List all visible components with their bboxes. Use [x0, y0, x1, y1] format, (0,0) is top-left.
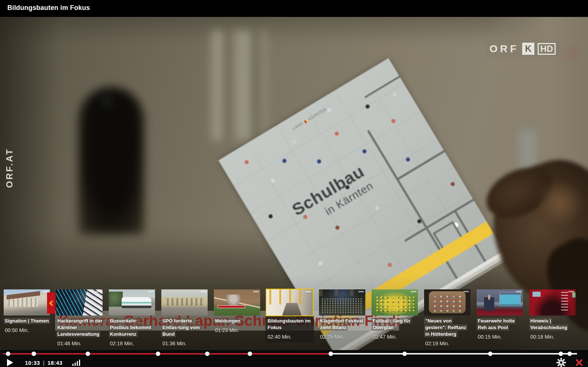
volume-button[interactable] — [72, 360, 82, 366]
thumbnail-watermark — [516, 291, 521, 292]
chapter-mark-dot — [402, 352, 407, 356]
playlist-item-label: Meldungen 01:23 Min. — [213, 316, 261, 336]
time-separator: | — [43, 360, 44, 366]
chapter-mark-dot — [248, 352, 252, 356]
total-time: 18:43 — [47, 360, 62, 366]
playlist-item-duration: 02:25 Min. — [319, 334, 365, 340]
progress-bar[interactable] — [3, 353, 577, 354]
hallway-columns — [212, 30, 267, 140]
thumbnail-watermark — [569, 291, 574, 292]
playlist-item[interactable]: Hinweis | Verabschiedung 00:18 Min. — [529, 289, 576, 349]
player-controls: 10:33 | 18:43 — [0, 350, 588, 367]
kaernten-emblem-icon — [304, 119, 308, 123]
playlist-item[interactable]: SPÖ forderte Entlas-tung vom Bund 01:36 … — [161, 289, 208, 349]
playlist-item-title: "Neues von gestern": Reiftanz in Hüttenb… — [424, 318, 467, 337]
gear-icon — [556, 358, 566, 367]
thumbnail-watermark — [201, 291, 206, 292]
playlist-item-label: "Neues von gestern": Reiftanz in Hüttenb… — [423, 316, 472, 349]
time-display: 10:33 | 18:43 — [25, 360, 62, 366]
playlist-item-thumbnail[interactable] — [4, 289, 50, 316]
thumbnail-art — [161, 289, 208, 316]
playlist-item-duration: 00:18 Min. — [529, 334, 576, 340]
chapter-mark-dot — [329, 352, 333, 356]
playlist-item-title: Meldungen — [214, 318, 241, 324]
thumbnail-art — [477, 289, 523, 316]
playlist-item-thumbnail[interactable] — [529, 289, 576, 316]
playlist-item[interactable]: Feuerwehr holte Reh aus Pool 00:15 Min. — [477, 289, 523, 349]
thumbnail-art — [319, 289, 365, 316]
playlist-item-duration: 01:46 Min. — [56, 341, 103, 346]
playlist-item-thumbnail[interactable] — [477, 289, 523, 316]
chapter-mark-dot — [86, 352, 90, 356]
thumbnail-watermark — [96, 291, 101, 292]
alarm-light — [570, 51, 575, 55]
playlist-item-label: SPÖ forderte Entlas-tung vom Bund 01:36 … — [160, 316, 209, 349]
playlist-item[interactable]: Fußball: Sieg für Oberglan 02:47 Min. — [372, 289, 418, 349]
video-frame[interactable]: LAND KÄRNTEN Schulbau in Kärnten — [0, 17, 588, 350]
playlist-item-label: Hackerangriff in der Kärntner Landesverw… — [55, 316, 104, 349]
thumbnail-art — [266, 289, 313, 316]
volume-bars-icon — [72, 364, 74, 366]
orf-at-watermark: ORF.AT — [4, 148, 15, 188]
chapter-mark-dot — [32, 352, 36, 356]
orf-k-badge: K — [522, 43, 534, 55]
playlist-item-duration: 02:40 Min. — [266, 334, 313, 340]
playlist-item-title: Busverkehr: Postbus bekommt Konkurrenz — [109, 318, 153, 337]
playlist-item-thumbnail[interactable] — [56, 289, 103, 316]
playlist-item-thumbnail[interactable] — [214, 289, 260, 316]
playlist-item-thumbnail[interactable] — [319, 289, 365, 316]
playlist-item-title: Hinweis | Verabschiedung — [529, 318, 568, 331]
orf-logo-text: ORF — [490, 43, 519, 55]
video-player: Bildungsbauten im Fokus — [0, 0, 588, 367]
background-highlight — [520, 129, 536, 185]
playlist-item[interactable]: Bildungsbauten im Fokus 02:40 Min. — [266, 289, 313, 349]
playlist-item-label: Signation | Themen 00:50 Min. — [3, 316, 51, 336]
playlist-item-thumbnail[interactable] — [424, 289, 470, 316]
thumbnail-art — [4, 289, 50, 316]
playlist-item-label: Fußball: Sieg für Oberglan 02:47 Min. — [370, 316, 419, 343]
close-button[interactable] — [574, 358, 583, 367]
playlist-item-duration: 02:47 Min. — [372, 334, 418, 340]
playlist-item-title: Bildungsbauten im Fokus — [266, 318, 312, 331]
chapter-mark-dot — [559, 352, 563, 356]
playlist-item-title: Signation | Themen — [4, 318, 50, 324]
page-title: Bildungsbauten im Fokus — [7, 4, 90, 12]
playlist-item-thumbnail[interactable] — [109, 289, 155, 316]
playlist-item-title: Fußball: Sieg für Oberglan — [372, 318, 412, 331]
thumbnail-watermark — [463, 291, 469, 292]
progress-played — [3, 353, 331, 354]
play-button[interactable] — [7, 359, 13, 366]
playlist-item[interactable]: Hackerangriff in der Kärntner Landesverw… — [56, 289, 103, 349]
playlist-item-duration: 01:36 Min. — [161, 341, 208, 346]
playlist-item[interactable]: Busverkehr: Postbus bekommt Konkurrenz 0… — [109, 289, 155, 349]
thumbnail-art — [424, 289, 470, 316]
playlist-item-thumbnail[interactable] — [161, 289, 208, 316]
thumbnail-watermark — [411, 291, 416, 292]
thumbnail-art — [56, 289, 103, 316]
playlist-item-label: Hinweis | Verabschiedung 00:18 Min. — [528, 316, 577, 343]
thumbnail-watermark — [148, 291, 154, 292]
playlist-item-duration: 02:19 Min. — [424, 341, 470, 346]
playlist-item-title: Hackerangriff in der Kärntner Landesverw… — [56, 318, 104, 337]
chapter-mark-dot — [567, 352, 572, 356]
playlist-item-label: Busverkehr: Postbus bekommt Konkurrenz 0… — [108, 316, 156, 349]
chapter-mark-dot — [6, 352, 10, 356]
playlist-item[interactable]: Klagenfurt Festival zieht Bilanz 02:25 M… — [319, 289, 365, 349]
settings-button[interactable] — [556, 358, 566, 367]
playlist-item-thumbnail[interactable] — [372, 289, 418, 316]
exit-light — [105, 99, 109, 103]
thumbnail-watermark — [358, 291, 364, 292]
playlist-item-duration: 00:50 Min. — [4, 327, 50, 333]
playlist-item[interactable]: Signation | Themen 00:50 Min. — [4, 289, 50, 349]
playlist-item[interactable]: Meldungen 01:23 Min. — [214, 289, 260, 349]
hallway-doorway — [79, 87, 144, 234]
playlist-item-duration: 02:18 Min. — [109, 341, 155, 346]
playlist-carousel: Signation | Themen 00:50 Min. Hackerangr… — [4, 289, 576, 349]
carousel-scroll-left-button[interactable] — [47, 292, 55, 314]
chapter-mark-dot — [205, 352, 209, 356]
thumbnail-art — [109, 289, 155, 316]
playlist-item-label: Bildungsbauten im Fokus 02:40 Min. — [265, 316, 314, 343]
playlist-item-thumbnail[interactable] — [266, 289, 313, 316]
playlist-item[interactable]: "Neues von gestern": Reiftanz in Hüttenb… — [424, 289, 470, 349]
thumbnail-art — [214, 289, 260, 316]
